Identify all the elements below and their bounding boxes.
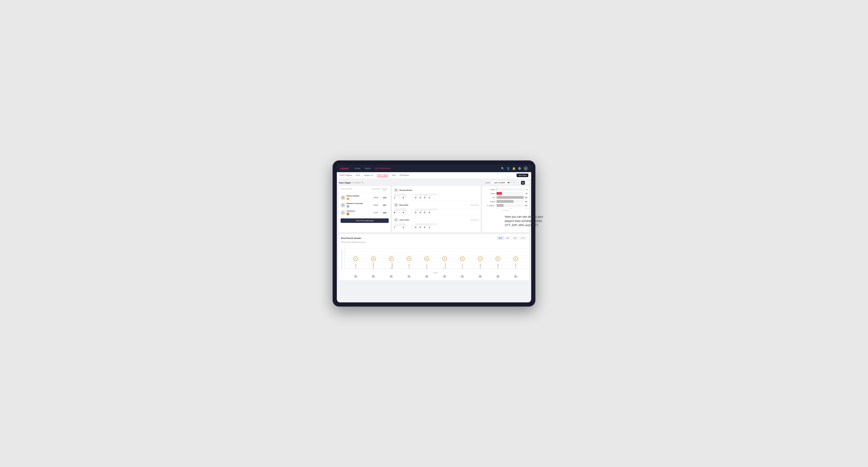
nav-link-home[interactable]: Home — [354, 167, 360, 169]
streak-bubble-3: 5x — [407, 256, 411, 261]
list-view-btn[interactable]: ≡ — [517, 181, 520, 185]
main-content: Team Clippd | 14 Players ✏️ Show Last 3 … — [337, 179, 531, 302]
player-avatar-streak-6: BF — [453, 275, 471, 278]
metric-btn-arg[interactable]: ARG — [512, 237, 519, 240]
search-icon[interactable]: 🔍 — [501, 167, 504, 170]
bar-fill-dbogeys — [497, 204, 503, 207]
streak-col-3: 5xJ. Coles — [400, 256, 418, 269]
streak-col-1: 6xB. McHerg — [365, 256, 382, 269]
player-avatar-streak-3: JC — [400, 275, 418, 278]
putt-val: 1 — [429, 196, 432, 199]
streaks-header: Best Round Streaks ← OTT APP ARG PUTT — [341, 237, 527, 240]
bar-label-pars: Pars — [484, 197, 495, 198]
player-name-1: Richard Butler — [346, 195, 371, 197]
sub-nav-all-players[interactable]: All Players — [400, 174, 409, 177]
streak-col-7: 4xM. Miller — [471, 256, 489, 269]
streak-col-6: 4xB. Ford — [453, 256, 471, 269]
streaks-title: Best Round Streaks — [341, 237, 361, 239]
metric-btn-app[interactable]: APP — [504, 237, 511, 240]
axis-label-0: 0 — [497, 208, 497, 209]
person-icon[interactable]: 👤 — [507, 167, 510, 170]
player-row: EC Edward Crossman 2 18/20 107 — [341, 201, 389, 209]
team-title: Team Clippd — [339, 182, 350, 184]
player-score-3: 17/20 — [371, 212, 380, 214]
rank-badge-1: 1 — [346, 197, 349, 200]
streak-col-2: 6xD. Billingham — [382, 256, 400, 269]
streak-chart-bars: 7xE. Ewert6xB. McHerg6xD. Billingham5xJ.… — [344, 245, 527, 269]
rank-badge-3: 3 — [346, 213, 349, 215]
nav-link-teams[interactable]: Teams — [365, 167, 371, 169]
sub-nav: PGAT Players PGA Hcaps 1-5 Team Clippd T… — [337, 172, 531, 179]
bar-fill-birdies — [497, 192, 502, 195]
player-avatar-1: RB — [341, 195, 345, 200]
sub-nav-team-clippd[interactable]: Team Clippd — [377, 174, 388, 177]
three-column-layout: PLAYER NAME PB SCORE PB AVG SQ RB Richar… — [339, 186, 529, 232]
sub-nav-pga[interactable]: PGA — [356, 174, 360, 177]
show-label: Show — [486, 182, 490, 184]
bar-row-bogeys: Bogeys 311 — [484, 200, 527, 203]
streak-bubble-8: 3x — [496, 256, 500, 261]
streak-bubble-9: 3x — [513, 256, 518, 261]
player-avatar-3: C — [341, 210, 345, 215]
player-card-rees: RB Rees Britt 02 Sep 2023 Total Rounds T… — [394, 203, 479, 216]
streak-bubble-5: 4x — [442, 256, 447, 261]
sub-nav-pgat[interactable]: PGAT Players — [340, 174, 352, 177]
arg-val: 0 — [424, 196, 427, 199]
streak-player-name-5: E. Crossman — [443, 262, 446, 269]
streak-player-name-4: R. Britt — [426, 262, 427, 269]
chart-view-btn[interactable]: ↕ — [526, 181, 529, 185]
card-avatar-josh: JC — [394, 218, 398, 222]
player-avatars-row: EEBMDBJCRBECBFMMRBCQ — [341, 274, 527, 278]
streak-player-name-0: E. Ewert — [355, 262, 356, 269]
bar-val-eagles: 3 — [526, 189, 527, 190]
card-view-btn[interactable]: ▦ — [521, 181, 525, 185]
card-name-richard: Richard Butler — [399, 189, 479, 191]
streak-bubble-7: 4x — [478, 256, 483, 261]
streak-player-name-9: C. Quick — [515, 262, 516, 269]
streak-col-9: 3xC. Quick — [507, 256, 525, 269]
sub-nav-hcaps[interactable]: Hcaps 1-5 — [364, 174, 373, 177]
metric-btn-ott[interactable]: OTT — [497, 237, 504, 240]
player-score-2: 18/20 — [371, 204, 380, 206]
player-avatar-streak-4: RB — [418, 275, 436, 278]
streaks-panel: Best Round Streaks ← OTT APP ARG PUTT Of… — [339, 234, 529, 280]
card-name-rees: Rees Britt — [399, 204, 470, 206]
nav-bar: clippd Home Teams My Performance 🔍 👤 🔔 ⚙… — [337, 165, 531, 172]
team-count: | 14 Players — [351, 182, 361, 184]
bar-label-dbogeys: D. Bogeys + — [484, 205, 495, 206]
col-header-score: PB SCORE — [371, 188, 380, 191]
streak-player-name-2: D. Billingham — [390, 262, 393, 269]
settings-icon[interactable]: ⚙️ — [518, 167, 521, 170]
streak-chart-area: Best Streak, Fairway Accuracy — [341, 245, 527, 273]
bar-fill-pars — [497, 196, 524, 199]
bar-row-birdies: Birdies 96 — [484, 192, 527, 195]
grid-view-btn[interactable]: ⊞ — [512, 181, 516, 185]
practice-val: 6 — [403, 196, 407, 199]
x-axis-label: Players — [344, 272, 527, 273]
bell-icon[interactable]: 🔔 — [512, 167, 516, 170]
ott-val: 0 — [415, 196, 418, 199]
period-select[interactable]: Last 3 months — [491, 181, 511, 185]
streak-player-name-7: M. Miller — [479, 262, 481, 269]
edit-icon[interactable]: ✏️ — [362, 182, 364, 184]
player-avg-2: 107 — [380, 204, 389, 206]
avatar[interactable]: U — [524, 166, 528, 170]
view-full-leaderboard-button[interactable]: View Full Leaderboard — [341, 218, 389, 223]
streak-player-name-1: B. McHerg — [373, 262, 374, 269]
card-date-rees: 02 Sep 2023 — [470, 204, 479, 206]
bar-track-birdies — [497, 192, 525, 195]
player-avatar-streak-9: CQ — [507, 275, 525, 278]
add-team-button[interactable]: Add Team — [517, 174, 528, 177]
app-val: 0 — [420, 196, 422, 199]
nav-link-my-performance[interactable]: My Performance — [375, 167, 391, 169]
player-avg-1: 110 — [380, 196, 389, 199]
player-row: C Cameron... 3 17/20 103 — [341, 209, 389, 217]
bar-track-eagles — [497, 188, 525, 191]
sub-nav-tour[interactable]: Tour — [392, 174, 396, 177]
player-avatar-streak-0: EE — [347, 275, 365, 278]
player-name-2: Edward Crossman — [346, 203, 371, 205]
streak-col-8: 3xR. Butler — [489, 256, 507, 269]
axis-label-200: 200 — [510, 208, 512, 209]
metric-btn-putt[interactable]: PUTT — [519, 237, 527, 240]
chart-plot-area: 7xE. Ewert6xB. McHerg6xD. Billingham5xJ.… — [344, 245, 527, 273]
